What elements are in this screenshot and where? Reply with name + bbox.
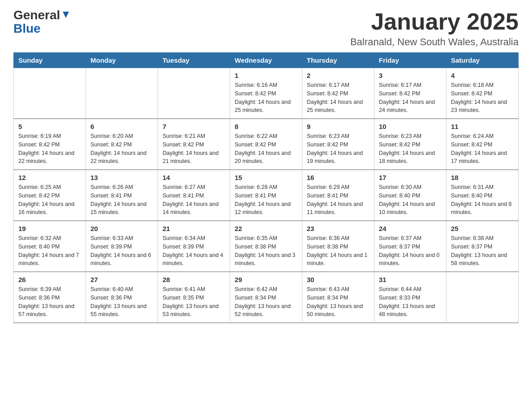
day-info: Sunrise: 6:24 AMSunset: 8:42 PMDaylight:…: [451, 132, 514, 166]
day-info: Sunrise: 6:23 AMSunset: 8:42 PMDaylight:…: [379, 132, 442, 166]
calendar-cell: 15Sunrise: 6:28 AMSunset: 8:41 PMDayligh…: [230, 170, 302, 221]
day-number: 31: [379, 276, 442, 283]
day-number: 1: [235, 72, 297, 79]
day-number: 5: [18, 123, 81, 130]
calendar-cell: 21Sunrise: 6:34 AMSunset: 8:39 PMDayligh…: [158, 221, 230, 272]
calendar-cell: 20Sunrise: 6:33 AMSunset: 8:39 PMDayligh…: [86, 221, 158, 272]
logo-text-general: General: [13, 9, 60, 21]
weekday-header-saturday: Saturday: [446, 53, 519, 68]
calendar-cell: 18Sunrise: 6:31 AMSunset: 8:40 PMDayligh…: [446, 170, 519, 221]
calendar-cell: 6Sunrise: 6:20 AMSunset: 8:42 PMDaylight…: [86, 119, 158, 170]
day-info: Sunrise: 6:34 AMSunset: 8:39 PMDaylight:…: [163, 234, 225, 268]
day-number: 7: [163, 123, 225, 130]
day-number: 24: [379, 225, 442, 232]
day-number: 23: [307, 225, 369, 232]
day-info: Sunrise: 6:30 AMSunset: 8:40 PMDaylight:…: [379, 183, 442, 217]
day-number: 10: [379, 123, 442, 130]
calendar-week-row: 19Sunrise: 6:32 AMSunset: 8:40 PMDayligh…: [14, 221, 519, 272]
day-number: 14: [163, 174, 225, 181]
day-info: Sunrise: 6:36 AMSunset: 8:38 PMDaylight:…: [307, 234, 369, 268]
day-number: 15: [235, 174, 297, 181]
day-number: 13: [90, 174, 153, 181]
day-info: Sunrise: 6:31 AMSunset: 8:40 PMDaylight:…: [451, 183, 514, 217]
calendar-week-row: 12Sunrise: 6:25 AMSunset: 8:42 PMDayligh…: [14, 170, 519, 221]
page-header: General Blue January 2025 Balranald, New…: [13, 9, 519, 48]
calendar-cell: 7Sunrise: 6:21 AMSunset: 8:42 PMDaylight…: [158, 119, 230, 170]
logo-text-blue: Blue: [13, 21, 41, 36]
calendar-cell: 31Sunrise: 6:44 AMSunset: 8:33 PMDayligh…: [374, 272, 446, 323]
calendar-cell: 3Sunrise: 6:17 AMSunset: 8:42 PMDaylight…: [374, 68, 446, 119]
title-block: January 2025 Balranald, New South Wales,…: [350, 9, 519, 48]
calendar-cell: 22Sunrise: 6:35 AMSunset: 8:38 PMDayligh…: [230, 221, 302, 272]
calendar-cell: 12Sunrise: 6:25 AMSunset: 8:42 PMDayligh…: [14, 170, 86, 221]
day-number: 25: [451, 225, 514, 232]
day-number: 21: [163, 225, 225, 232]
day-info: Sunrise: 6:16 AMSunset: 8:42 PMDaylight:…: [235, 81, 297, 115]
day-number: 6: [90, 123, 153, 130]
calendar-cell: 4Sunrise: 6:18 AMSunset: 8:42 PMDaylight…: [446, 68, 519, 119]
calendar-title: January 2025: [350, 9, 519, 34]
calendar-cell: 2Sunrise: 6:17 AMSunset: 8:42 PMDaylight…: [302, 68, 374, 119]
day-info: Sunrise: 6:41 AMSunset: 8:35 PMDaylight:…: [163, 285, 225, 319]
calendar-week-row: 5Sunrise: 6:19 AMSunset: 8:42 PMDaylight…: [14, 119, 519, 170]
calendar-subtitle: Balranald, New South Wales, Australia: [350, 36, 519, 48]
day-info: Sunrise: 6:26 AMSunset: 8:41 PMDaylight:…: [90, 183, 153, 217]
day-info: Sunrise: 6:25 AMSunset: 8:42 PMDaylight:…: [18, 183, 81, 217]
day-info: Sunrise: 6:21 AMSunset: 8:42 PMDaylight:…: [163, 132, 225, 166]
weekday-header-thursday: Thursday: [302, 53, 374, 68]
calendar-cell: 17Sunrise: 6:30 AMSunset: 8:40 PMDayligh…: [374, 170, 446, 221]
day-info: Sunrise: 6:37 AMSunset: 8:37 PMDaylight:…: [379, 234, 442, 268]
day-info: Sunrise: 6:32 AMSunset: 8:40 PMDaylight:…: [18, 234, 81, 268]
calendar-cell: 25Sunrise: 6:38 AMSunset: 8:37 PMDayligh…: [446, 221, 519, 272]
day-info: Sunrise: 6:19 AMSunset: 8:42 PMDaylight:…: [18, 132, 81, 166]
day-info: Sunrise: 6:27 AMSunset: 8:41 PMDaylight:…: [163, 183, 225, 217]
calendar-cell: [86, 68, 158, 119]
day-number: 27: [90, 276, 153, 283]
calendar-cell: 14Sunrise: 6:27 AMSunset: 8:41 PMDayligh…: [158, 170, 230, 221]
calendar-cell: 8Sunrise: 6:22 AMSunset: 8:42 PMDaylight…: [230, 119, 302, 170]
calendar-cell: 10Sunrise: 6:23 AMSunset: 8:42 PMDayligh…: [374, 119, 446, 170]
calendar-cell: 16Sunrise: 6:29 AMSunset: 8:41 PMDayligh…: [302, 170, 374, 221]
calendar-cell: 23Sunrise: 6:36 AMSunset: 8:38 PMDayligh…: [302, 221, 374, 272]
calendar-cell: 5Sunrise: 6:19 AMSunset: 8:42 PMDaylight…: [14, 119, 86, 170]
calendar-cell: 11Sunrise: 6:24 AMSunset: 8:42 PMDayligh…: [446, 119, 519, 170]
day-number: 20: [90, 225, 153, 232]
day-number: 11: [451, 123, 514, 130]
day-number: 8: [235, 123, 297, 130]
logo-arrow-icon: [61, 10, 71, 20]
day-number: 9: [307, 123, 369, 130]
day-info: Sunrise: 6:43 AMSunset: 8:34 PMDaylight:…: [307, 285, 369, 319]
day-info: Sunrise: 6:20 AMSunset: 8:42 PMDaylight:…: [90, 132, 153, 166]
calendar-cell: 30Sunrise: 6:43 AMSunset: 8:34 PMDayligh…: [302, 272, 374, 323]
day-number: 26: [18, 276, 81, 283]
calendar-week-row: 1Sunrise: 6:16 AMSunset: 8:42 PMDaylight…: [14, 68, 519, 119]
day-number: 3: [379, 72, 442, 79]
calendar-cell: 26Sunrise: 6:39 AMSunset: 8:36 PMDayligh…: [14, 272, 86, 323]
svg-marker-0: [63, 12, 69, 18]
calendar-cell: 1Sunrise: 6:16 AMSunset: 8:42 PMDaylight…: [230, 68, 302, 119]
day-number: 12: [18, 174, 81, 181]
calendar-week-row: 26Sunrise: 6:39 AMSunset: 8:36 PMDayligh…: [14, 272, 519, 323]
weekday-header-friday: Friday: [374, 53, 446, 68]
day-number: 22: [235, 225, 297, 232]
day-number: 18: [451, 174, 514, 181]
day-number: 17: [379, 174, 442, 181]
calendar-cell: 19Sunrise: 6:32 AMSunset: 8:40 PMDayligh…: [14, 221, 86, 272]
day-number: 4: [451, 72, 514, 79]
day-info: Sunrise: 6:38 AMSunset: 8:37 PMDaylight:…: [451, 234, 514, 268]
day-info: Sunrise: 6:33 AMSunset: 8:39 PMDaylight:…: [90, 234, 153, 268]
day-info: Sunrise: 6:17 AMSunset: 8:42 PMDaylight:…: [379, 81, 442, 115]
calendar-cell: 13Sunrise: 6:26 AMSunset: 8:41 PMDayligh…: [86, 170, 158, 221]
day-info: Sunrise: 6:42 AMSunset: 8:34 PMDaylight:…: [235, 285, 297, 319]
day-info: Sunrise: 6:18 AMSunset: 8:42 PMDaylight:…: [451, 81, 514, 115]
day-info: Sunrise: 6:40 AMSunset: 8:36 PMDaylight:…: [90, 285, 153, 319]
day-number: 30: [307, 276, 369, 283]
calendar-cell: 29Sunrise: 6:42 AMSunset: 8:34 PMDayligh…: [230, 272, 302, 323]
weekday-header-tuesday: Tuesday: [158, 53, 230, 68]
day-info: Sunrise: 6:23 AMSunset: 8:42 PMDaylight:…: [307, 132, 369, 166]
day-info: Sunrise: 6:28 AMSunset: 8:41 PMDaylight:…: [235, 183, 297, 217]
calendar-cell: 24Sunrise: 6:37 AMSunset: 8:37 PMDayligh…: [374, 221, 446, 272]
weekday-header-wednesday: Wednesday: [230, 53, 302, 68]
day-info: Sunrise: 6:22 AMSunset: 8:42 PMDaylight:…: [235, 132, 297, 166]
calendar-cell: [158, 68, 230, 119]
